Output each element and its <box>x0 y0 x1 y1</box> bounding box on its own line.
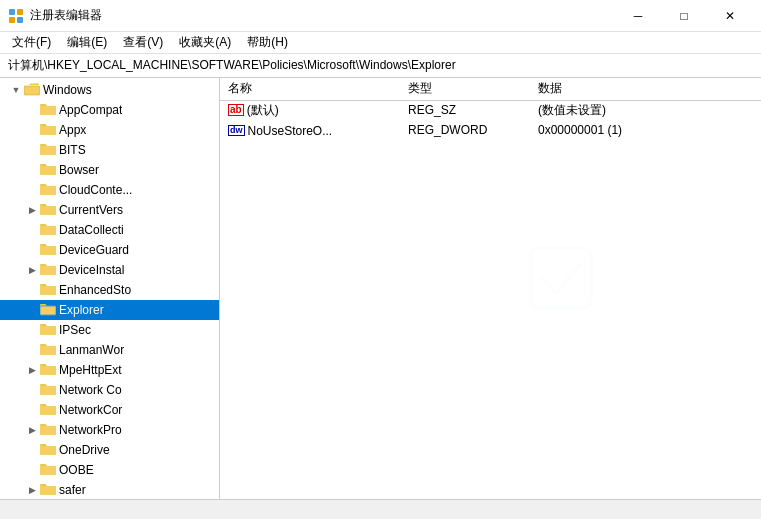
minimize-button[interactable]: ─ <box>615 0 661 32</box>
tree-item-mpehttpext[interactable]: ▶ MpeHttpExt <box>0 360 219 380</box>
folder-icon-currentversion <box>40 203 56 217</box>
tree-label-mpehttpext: MpeHttpExt <box>59 363 122 377</box>
tree-item-explorer[interactable]: Explorer <box>0 300 219 320</box>
folder-icon-windows <box>24 83 40 97</box>
svg-rect-3 <box>17 17 23 23</box>
tree-item-currentversion[interactable]: ▶ CurrentVers <box>0 200 219 220</box>
tree-item-deviceguard[interactable]: DeviceGuard <box>0 240 219 260</box>
tree-item-onedrive[interactable]: OneDrive <box>0 440 219 460</box>
svg-rect-11 <box>40 206 56 215</box>
folder-icon-ipsec <box>40 323 56 337</box>
tree-label-ipsec: IPSec <box>59 323 91 337</box>
tree-label-appx: Appx <box>59 123 86 137</box>
expander-currentversion[interactable]: ▶ <box>24 202 40 218</box>
row-data-default: (数值未设置) <box>530 100 761 120</box>
folder-icon-appcompat <box>40 103 56 117</box>
expander-ipsec <box>24 322 40 338</box>
svg-rect-9 <box>40 166 56 175</box>
watermark <box>521 238 601 321</box>
expander-deviceinstall[interactable]: ▶ <box>24 262 40 278</box>
col-header-name[interactable]: 名称 <box>220 78 400 100</box>
detail-table: 名称 类型 数据 ab (默认) REG_SZ <box>220 78 761 140</box>
menu-favorites[interactable]: 收藏夹(A) <box>171 32 239 53</box>
folder-icon-deviceinstall <box>40 263 56 277</box>
tree-item-appx[interactable]: Appx <box>0 120 219 140</box>
menu-bar: 文件(F) 编辑(E) 查看(V) 收藏夹(A) 帮助(H) <box>0 32 761 54</box>
detail-panel: 名称 类型 数据 ab (默认) REG_SZ <box>220 78 761 499</box>
svg-rect-8 <box>40 146 56 155</box>
tree-item-safer[interactable]: ▶ safer <box>0 480 219 499</box>
folder-icon-deviceguard <box>40 243 56 257</box>
svg-rect-12 <box>40 226 56 235</box>
tree-label-windows: Windows <box>43 83 92 97</box>
tree-label-currentversion: CurrentVers <box>59 203 123 217</box>
tree-item-datacollection[interactable]: DataCollecti <box>0 220 219 240</box>
tree-label-networkcor: NetworkCor <box>59 403 122 417</box>
tree-item-ipsec[interactable]: IPSec <box>0 320 219 340</box>
tree-item-cloudcontent[interactable]: CloudConte... <box>0 180 219 200</box>
tree-label-networkco: Network Co <box>59 383 122 397</box>
expander-windows[interactable]: ▼ <box>8 82 24 98</box>
tree-item-bits[interactable]: BITS <box>0 140 219 160</box>
svg-rect-26 <box>40 486 56 495</box>
expander-appcompat <box>24 102 40 118</box>
svg-rect-27 <box>531 248 591 308</box>
menu-edit[interactable]: 编辑(E) <box>59 32 115 53</box>
row-data-nousestorey: 0x00000001 (1) <box>530 120 761 140</box>
menu-view[interactable]: 查看(V) <box>115 32 171 53</box>
status-bar <box>0 499 761 519</box>
svg-rect-22 <box>40 406 56 415</box>
address-bar: 计算机\HKEY_LOCAL_MACHINE\SOFTWARE\Policies… <box>0 54 761 78</box>
folder-icon-onedrive <box>40 443 56 457</box>
svg-rect-23 <box>40 426 56 435</box>
tree-item-networkco[interactable]: Network Co <box>0 380 219 400</box>
expander-mpehttpext[interactable]: ▶ <box>24 362 40 378</box>
table-row[interactable]: ab (默认) REG_SZ (数值未设置) <box>220 100 761 120</box>
tree-item-deviceinstall[interactable]: ▶ DeviceInstal <box>0 260 219 280</box>
tree-label-networkpro: NetworkPro <box>59 423 122 437</box>
row-type-nousestorey: REG_DWORD <box>400 120 530 140</box>
tree-item-oobe[interactable]: OOBE <box>0 460 219 480</box>
folder-icon-networkpro <box>40 423 56 437</box>
folder-icon-lanmanwor <box>40 343 56 357</box>
expander-oobe <box>24 462 40 478</box>
row-name-nousestorey: dw NoUseStoreO... <box>220 120 400 140</box>
svg-rect-18 <box>40 326 56 335</box>
tree-item-networkcor[interactable]: NetworkCor <box>0 400 219 420</box>
expander-safer[interactable]: ▶ <box>24 482 40 498</box>
maximize-button[interactable]: □ <box>661 0 707 32</box>
folder-icon-safer <box>40 483 56 497</box>
tree-panel[interactable]: ▼ Windows AppCompat Appx <box>0 78 220 499</box>
title-bar: 注册表编辑器 ─ □ ✕ <box>0 0 761 32</box>
table-row[interactable]: dw NoUseStoreO... REG_DWORD 0x00000001 (… <box>220 120 761 140</box>
tree-item-windows[interactable]: ▼ Windows <box>0 80 219 100</box>
col-header-type[interactable]: 类型 <box>400 78 530 100</box>
expander-appx <box>24 122 40 138</box>
tree-item-appcompat[interactable]: AppCompat <box>0 100 219 120</box>
close-button[interactable]: ✕ <box>707 0 753 32</box>
svg-rect-24 <box>40 446 56 455</box>
tree-item-bowser[interactable]: Bowser <box>0 160 219 180</box>
svg-rect-10 <box>40 186 56 195</box>
svg-rect-16 <box>40 306 56 315</box>
expander-networkpro[interactable]: ▶ <box>24 422 40 438</box>
folder-icon-bits <box>40 143 56 157</box>
folder-icon-enhancedstorage <box>40 283 56 297</box>
tree-label-onedrive: OneDrive <box>59 443 110 457</box>
address-path: 计算机\HKEY_LOCAL_MACHINE\SOFTWARE\Policies… <box>8 57 456 74</box>
expander-lanmanwor <box>24 342 40 358</box>
tree-item-enhancedstorage[interactable]: EnhancedSto <box>0 280 219 300</box>
expander-enhancedstorage <box>24 282 40 298</box>
expander-onedrive <box>24 442 40 458</box>
svg-rect-13 <box>40 246 56 255</box>
folder-icon-networkcor <box>40 403 56 417</box>
tree-item-networkpro[interactable]: ▶ NetworkPro <box>0 420 219 440</box>
main-content: ▼ Windows AppCompat Appx <box>0 78 761 499</box>
menu-file[interactable]: 文件(F) <box>4 32 59 53</box>
tree-label-cloudcontent: CloudConte... <box>59 183 132 197</box>
tree-item-lanmanwor[interactable]: LanmanWor <box>0 340 219 360</box>
folder-icon-oobe <box>40 463 56 477</box>
tree-label-lanmanwor: LanmanWor <box>59 343 124 357</box>
menu-help[interactable]: 帮助(H) <box>239 32 296 53</box>
col-header-data[interactable]: 数据 <box>530 78 761 100</box>
